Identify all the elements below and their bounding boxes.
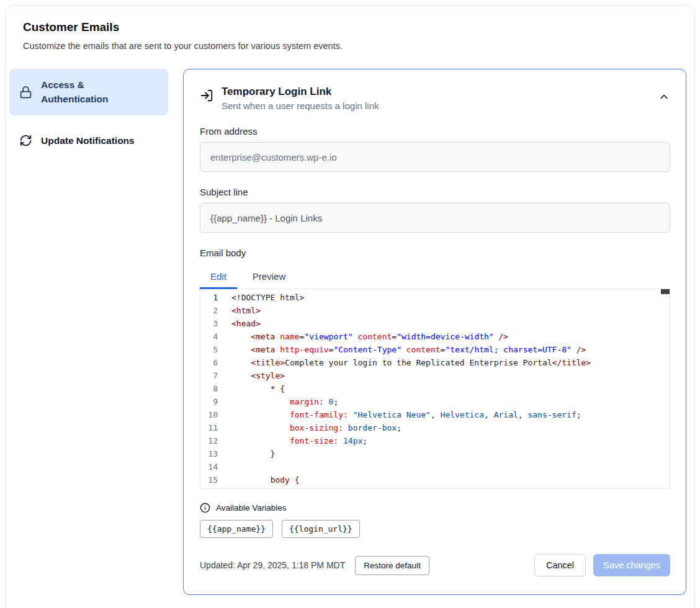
code-line[interactable]: 8 * {: [200, 382, 670, 395]
line-number: 13: [200, 447, 218, 460]
log-in-icon: [200, 89, 213, 102]
code-line[interactable]: 4 <meta name="viewport" content="width=d…: [200, 330, 670, 343]
line-number: 12: [200, 434, 218, 447]
email-template-panel: Temporary Login Link Sent when a user re…: [183, 69, 686, 595]
from-address-input[interactable]: [200, 142, 670, 172]
panel-title: Temporary Login Link: [222, 86, 379, 98]
panel-subtitle: Sent when a user requests a login link: [222, 101, 379, 111]
sidebar: Access & Authentication Update Notificat…: [9, 69, 168, 156]
info-icon[interactable]: [200, 503, 210, 513]
collapse-section-button[interactable]: [658, 91, 670, 103]
code-line[interactable]: 10 font-family: "Helvetica Neue", Helvet…: [200, 408, 670, 421]
code-line[interactable]: 16 background-color: #f6f6f6;: [200, 486, 670, 489]
code-line[interactable]: 9 margin: 0;: [200, 395, 670, 408]
line-number: 6: [200, 356, 218, 369]
page-title: Customer Emails: [6, 20, 694, 34]
line-number: 7: [200, 369, 218, 382]
line-number: 1: [200, 291, 218, 304]
code-line[interactable]: 2<html>: [200, 304, 670, 317]
code-line[interactable]: 13 }: [200, 447, 670, 460]
line-number: 11: [200, 421, 218, 434]
line-number: 4: [200, 330, 218, 343]
code-lines: 1<!DOCTYPE html>2<html>3<head>4 <meta na…: [200, 291, 670, 489]
code-line[interactable]: 1<!DOCTYPE html>: [200, 291, 670, 304]
variable-chip-app-name[interactable]: {{app_name}}: [200, 520, 273, 538]
line-number: 2: [200, 304, 218, 317]
sidebar-item-update-notifications[interactable]: Update Notifications: [9, 125, 168, 156]
sync-icon: [19, 134, 32, 147]
updated-timestamp: Updated: Apr 29, 2025, 1:18 PM MDT: [200, 560, 345, 570]
save-changes-button[interactable]: Save changes: [593, 554, 670, 576]
code-line[interactable]: 5 <meta http-equiv="Content-Type" conten…: [200, 343, 670, 356]
tab-preview[interactable]: Preview: [242, 266, 296, 288]
subject-line-label: Subject line: [200, 187, 670, 197]
code-line[interactable]: 12 font-size: 14px;: [200, 434, 670, 447]
code-line[interactable]: 11 box-sizing: border-box;: [200, 421, 670, 434]
line-number: 15: [200, 473, 218, 486]
scrollbar-thumb[interactable]: [661, 289, 670, 294]
code-line[interactable]: 15 body {: [200, 473, 670, 486]
sidebar-item-label: Access & Authentication: [41, 78, 140, 107]
editor-tabs: Edit Preview: [200, 266, 670, 289]
code-line[interactable]: 14: [200, 460, 670, 473]
panel-titles: Temporary Login Link Sent when a user re…: [222, 86, 379, 111]
available-variables-label: Available Variables: [216, 503, 287, 512]
lock-icon: [19, 86, 32, 99]
code-line[interactable]: 7 <style>: [200, 369, 670, 382]
page-card: Customer Emails Customize the emails tha…: [5, 5, 695, 608]
chevron-up-icon: [658, 96, 670, 105]
tab-edit[interactable]: Edit: [200, 266, 237, 288]
line-number: 16: [200, 486, 218, 489]
line-number: 14: [200, 460, 218, 473]
code-editor[interactable]: 1<!DOCTYPE html>2<html>3<head>4 <meta na…: [200, 289, 670, 489]
subject-line-input[interactable]: [200, 203, 670, 233]
line-number: 10: [200, 408, 218, 421]
line-number: 9: [200, 395, 218, 408]
panel-footer: Updated: Apr 29, 2025, 1:18 PM MDT Resto…: [200, 554, 670, 576]
cancel-button[interactable]: Cancel: [534, 554, 586, 576]
code-line[interactable]: 6 <title>Complete your login to the Repl…: [200, 356, 670, 369]
line-number: 3: [200, 317, 218, 330]
panel-header: Temporary Login Link Sent when a user re…: [200, 86, 670, 111]
line-number: 5: [200, 343, 218, 356]
from-address-label: From address: [200, 126, 670, 136]
available-variables-row: Available Variables: [200, 503, 670, 513]
sidebar-item-access-authentication[interactable]: Access & Authentication: [9, 69, 168, 115]
page-subtitle: Customize the emails that are sent to yo…: [6, 41, 694, 51]
code-line[interactable]: 3<head>: [200, 317, 670, 330]
line-number: 8: [200, 382, 218, 395]
content-row: Access & Authentication Update Notificat…: [9, 69, 686, 595]
variable-chips: {{app_name}} {{login_url}}: [200, 520, 670, 538]
sidebar-item-label: Update Notifications: [41, 134, 135, 148]
email-body-label: Email body: [200, 248, 670, 258]
editor-scrollbar[interactable]: [661, 289, 670, 488]
variable-chip-login-url[interactable]: {{login_url}}: [282, 520, 360, 538]
restore-default-button[interactable]: Restore default: [355, 556, 429, 575]
